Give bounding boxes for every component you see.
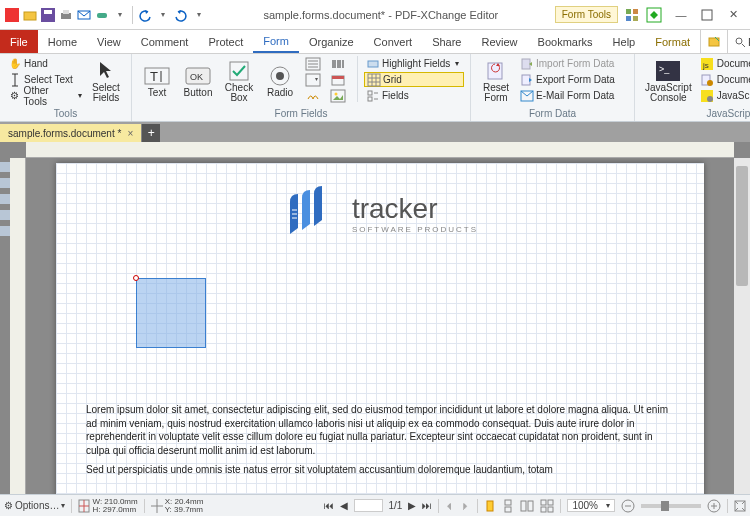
document-tab[interactable]: sample.forms.document *× (0, 124, 142, 142)
reset-form-button[interactable]: Reset Form (477, 56, 515, 106)
svg-rect-41 (332, 76, 344, 79)
close-button[interactable]: ✕ (720, 4, 746, 26)
svg-rect-81 (541, 507, 546, 512)
dropdown-button[interactable] (304, 72, 326, 87)
contextual-tab-group: Form Tools (555, 6, 618, 23)
svg-point-43 (334, 92, 337, 95)
page-size-icon (78, 499, 90, 513)
hand-icon: ✋ (8, 57, 21, 70)
find-button[interactable]: Find… (727, 30, 750, 53)
gear-icon: ⚙ (4, 500, 13, 511)
prev-page-button[interactable]: ◀ (340, 500, 348, 511)
next-page-button[interactable]: ▶ (408, 500, 416, 511)
save-icon[interactable] (40, 7, 56, 23)
dropdown-icon[interactable]: ▾ (112, 7, 128, 23)
nav-fwd-button[interactable]: ⏵ (461, 500, 471, 511)
fields-panel-button[interactable]: Fields (364, 88, 464, 103)
single-page-view-button[interactable] (484, 500, 496, 512)
redo-icon[interactable] (173, 7, 189, 23)
text-field-button[interactable]: T Text (138, 56, 176, 106)
cursor-pos-readout: X: 20.4mmY: 39.7mm (151, 498, 204, 514)
first-page-button[interactable]: ⏮ (324, 500, 334, 511)
image-button[interactable] (329, 88, 351, 103)
tab-file[interactable]: File (0, 30, 38, 53)
cursor-icon (95, 60, 117, 82)
redo-dropdown-icon[interactable]: ▾ (191, 7, 207, 23)
other-tools-button[interactable]: ⚙Other Tools▾ (6, 88, 84, 103)
tab-form[interactable]: Form (253, 30, 299, 53)
js-icon: js (701, 57, 714, 70)
document-actions-button[interactable]: Document Actions (699, 72, 750, 87)
tab-organize[interactable]: Organize (299, 30, 364, 53)
zoom-in-button[interactable] (707, 499, 721, 513)
minimize-button[interactable]: — (668, 4, 694, 26)
crosshair-icon (151, 499, 163, 513)
js-console-button[interactable]: >_ JavaScript Console (641, 56, 696, 106)
print-icon[interactable] (58, 7, 74, 23)
ui-options-icon[interactable] (624, 7, 640, 23)
selection-handle-icon[interactable] (133, 275, 139, 281)
svg-rect-54 (488, 63, 502, 79)
tab-comment[interactable]: Comment (131, 30, 199, 53)
text-field-icon: T (146, 65, 168, 87)
tab-convert[interactable]: Convert (364, 30, 423, 53)
fit-page-button[interactable] (734, 500, 746, 512)
undo-dropdown-icon[interactable]: ▾ (155, 7, 171, 23)
options-button[interactable]: ⚙Options…▾ (4, 500, 65, 511)
tab-home[interactable]: Home (38, 30, 87, 53)
email-icon[interactable] (76, 7, 92, 23)
signature-icon (306, 89, 319, 102)
checkbox-field-button[interactable]: Check Box (220, 56, 258, 106)
launch-icon[interactable] (646, 7, 662, 23)
vertical-scrollbar[interactable] (734, 158, 750, 494)
tab-review[interactable]: Review (471, 30, 527, 53)
listbox-button[interactable] (304, 56, 326, 71)
document-canvas[interactable]: tracker SOFTWARE PRODUCTS Lorem ipsum do… (26, 158, 734, 494)
tab-format[interactable]: Format (645, 30, 700, 53)
nav-back-button[interactable]: ⏴ (445, 500, 455, 511)
quick-launch-button[interactable] (700, 30, 727, 53)
button-field-button[interactable]: OK Button (179, 56, 217, 106)
export-form-data-button[interactable]: Export Form Data (518, 72, 628, 87)
close-tab-icon[interactable]: × (127, 128, 133, 139)
logo: tracker SOFTWARE PRODUCTS (86, 188, 674, 238)
actions-icon (701, 73, 714, 86)
tab-bookmarks[interactable]: Bookmarks (528, 30, 603, 53)
import-form-data-button[interactable]: Import Form Data (518, 56, 628, 71)
import-icon (520, 57, 533, 70)
new-tab-button[interactable]: + (142, 124, 160, 142)
tab-protect[interactable]: Protect (198, 30, 253, 53)
barcode-button[interactable] (329, 56, 351, 71)
date-button[interactable] (329, 72, 351, 87)
highlight-fields-button[interactable]: Highlight Fields▾ (364, 56, 464, 71)
left-panel-icons[interactable] (0, 162, 10, 236)
javascript-options-button[interactable]: JavaScript Options (699, 88, 750, 103)
tab-share[interactable]: Share (422, 30, 471, 53)
signature-button[interactable] (304, 88, 326, 103)
fields-icon (366, 89, 379, 102)
email-form-data-button[interactable]: E-Mail Form Data (518, 88, 628, 103)
open-icon[interactable] (22, 7, 38, 23)
page-input[interactable] (354, 499, 383, 512)
svg-rect-82 (548, 507, 553, 512)
two-continuous-view-button[interactable] (540, 500, 554, 512)
document-javascript-button[interactable]: jsDocument JavaScript (699, 56, 750, 71)
scan-icon[interactable] (94, 7, 110, 23)
form-field-selection[interactable] (136, 278, 206, 348)
zoom-value[interactable]: 100%▾ (567, 499, 615, 512)
last-page-button[interactable]: ⏭ (422, 500, 432, 511)
maximize-button[interactable] (694, 4, 720, 26)
tab-view[interactable]: View (87, 30, 131, 53)
hand-tool-button[interactable]: ✋Hand (6, 56, 84, 71)
grid-button[interactable]: Grid (364, 72, 464, 87)
zoom-slider[interactable] (641, 504, 701, 508)
continuous-view-button[interactable] (502, 500, 514, 512)
zoom-out-button[interactable] (621, 499, 635, 513)
svg-rect-56 (522, 75, 530, 85)
radio-field-button[interactable]: Radio (261, 56, 299, 106)
tab-help[interactable]: Help (603, 30, 646, 53)
ribbon-group-tools: ✋Hand Select Text ⚙Other Tools▾ Select F… (0, 54, 132, 121)
two-page-view-button[interactable] (520, 500, 534, 512)
undo-icon[interactable] (137, 7, 153, 23)
select-fields-button[interactable]: Select Fields (87, 56, 125, 106)
